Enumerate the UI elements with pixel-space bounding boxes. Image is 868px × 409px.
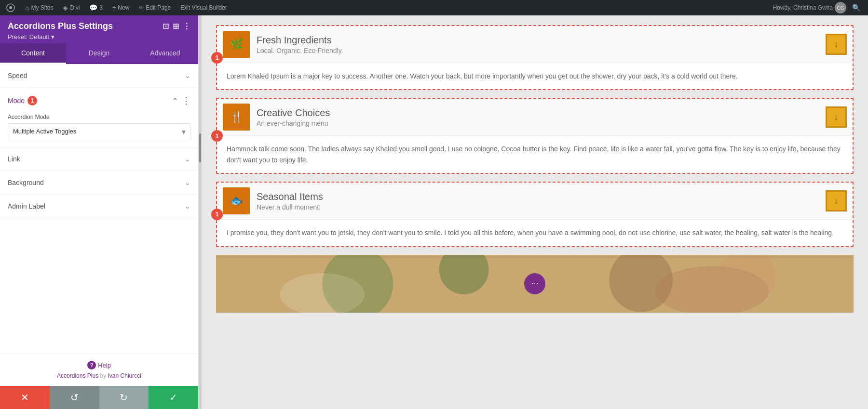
accordion-badge-2: 1: [211, 130, 223, 142]
accordion-body-2: Hammock talk come soon. The ladies alway…: [217, 135, 853, 173]
wp-logo-icon[interactable]: [4, 1, 17, 14]
layout-icon[interactable]: ⊞: [173, 22, 179, 31]
attribution: Accordions Plus by Ivan Chiurcci: [8, 372, 190, 379]
tab-content[interactable]: Content: [0, 43, 66, 64]
accordion-title-group-2: Creative Choices An ever-changing menu: [257, 107, 826, 127]
main-layout: Accordions Plus Settings ⊡ ⊞ ⋮ Preset: D…: [0, 15, 868, 409]
section-mode-content: Accordion Mode Multiple Active Toggles S…: [8, 114, 190, 147]
accordion-subtitle-2: An ever-changing menu: [257, 119, 826, 127]
accordion-toggle-btn-2[interactable]: ↓: [826, 106, 847, 128]
section-speed-header[interactable]: Speed ⌄: [8, 64, 190, 87]
accordion-mode-label: Accordion Mode: [8, 114, 190, 120]
more-icon[interactable]: ⋮: [183, 22, 190, 31]
save-icon: ✓: [169, 392, 177, 403]
content-area: 1 🌿 Fresh Ingredients Local. Organic. Ec…: [202, 15, 868, 409]
save-button[interactable]: ✓: [149, 386, 198, 409]
section-background-chevron: ⌄: [185, 179, 190, 186]
accordion-title-1: Fresh Ingredients: [257, 35, 826, 46]
sidebar-title-text: Accordions Plus Settings: [8, 21, 113, 31]
accordion-item-2: 1 🍴 Creative Choices An ever-changing me…: [216, 98, 854, 174]
svg-point-1: [9, 6, 12, 9]
section-speed: Speed ⌄: [0, 64, 198, 88]
accordion-header-1: 🌿 Fresh Ingredients Local. Organic. Eco-…: [217, 26, 853, 63]
admin-bar-my-sites[interactable]: ⌂ My Sites: [21, 0, 57, 15]
home-icon: ⌂: [25, 4, 29, 12]
sidebar-preset[interactable]: Preset: Default: [8, 33, 190, 40]
section-admin-label: Admin Label ⌄: [0, 195, 198, 218]
admin-bar-comments[interactable]: 💬 3: [85, 0, 107, 15]
accordion-item-3: 1 🐟 Seasonal Items Never a dull moment! …: [216, 182, 854, 247]
sidebar-footer: ? Help Accordions Plus by Ivan Chiurcci: [0, 353, 198, 386]
redo-button[interactable]: ↻: [99, 386, 149, 409]
accordion-badge-3: 1: [211, 209, 223, 220]
section-admin-label-header[interactable]: Admin Label ⌄: [8, 195, 190, 218]
wp-admin-bar: ⌂ My Sites ◈ Divi 💬 3 + New ✏ Edit Page …: [0, 0, 868, 15]
floating-menu-dots-icon: ···: [531, 278, 538, 289]
section-admin-label-chevron: ⌄: [185, 202, 190, 210]
bottom-image-section: ···: [216, 255, 854, 313]
accordion-body-3: I promise you, they don't want you to je…: [217, 219, 853, 246]
attribution-author-link[interactable]: Ivan Chiurcci: [108, 372, 141, 379]
cancel-button[interactable]: ✕: [0, 386, 50, 409]
help-button[interactable]: ? Help: [87, 361, 111, 369]
scroll-divider: [199, 15, 202, 409]
sidebar-tabs: Content Design Advanced: [0, 43, 198, 64]
section-link-header[interactable]: Link ⌄: [8, 147, 190, 171]
admin-bar-edit-page[interactable]: ✏ Edit Page: [135, 0, 175, 15]
accordion-icon-1: 🌿: [223, 31, 250, 58]
sidebar: Accordions Plus Settings ⊡ ⊞ ⋮ Preset: D…: [0, 15, 199, 409]
plus-icon: +: [112, 4, 116, 11]
accordion-title-3: Seasonal Items: [257, 191, 826, 202]
avatar[interactable]: CG: [835, 2, 846, 13]
sidebar-title-row: Accordions Plus Settings ⊡ ⊞ ⋮: [8, 21, 190, 31]
sidebar-bottom-bar: ✕ ↺ ↻ ✓: [0, 386, 198, 409]
sidebar-body: Speed ⌄ Mode 1 ⌃ ⋮ Accordion M: [0, 64, 198, 353]
window-icon[interactable]: ⊡: [163, 22, 169, 31]
section-background: Background ⌄: [0, 171, 198, 195]
attribution-plugin-link[interactable]: Accordions Plus: [57, 372, 98, 379]
sidebar-header: Accordions Plus Settings ⊡ ⊞ ⋮ Preset: D…: [0, 15, 198, 43]
accordion-item-1: 1 🌿 Fresh Ingredients Local. Organic. Ec…: [216, 25, 854, 90]
accordion-badge-1: 1: [211, 52, 223, 64]
undo-button[interactable]: ↺: [50, 386, 99, 409]
scroll-thumb: [199, 133, 201, 162]
accordion-header-3: 🐟 Seasonal Items Never a dull moment! ↓: [217, 183, 853, 219]
pencil-icon: ✏: [139, 4, 144, 11]
undo-icon: ↺: [70, 392, 79, 403]
accordion-body-1: Lorem Khaled Ipsum is a major key to suc…: [217, 63, 853, 89]
tab-advanced[interactable]: Advanced: [132, 43, 198, 64]
accordion-icon-3: 🐟: [223, 187, 250, 214]
floating-menu-button[interactable]: ···: [524, 273, 545, 294]
accordion-toggle-btn-3[interactable]: ↓: [826, 190, 847, 211]
accordion-toggle-btn-1[interactable]: ↓: [826, 34, 847, 55]
accordion-subtitle-3: Never a dull moment!: [257, 203, 826, 211]
section-mode-header[interactable]: Mode 1 ⌃ ⋮: [8, 88, 190, 114]
redo-icon: ↻: [120, 392, 128, 403]
accordion-title-group-1: Fresh Ingredients Local. Organic. Eco-Fr…: [257, 35, 826, 54]
section-admin-label-label: Admin Label: [8, 202, 45, 210]
section-mode-badge: 1: [27, 96, 37, 106]
section-background-header[interactable]: Background ⌄: [8, 171, 190, 194]
accordion-title-group-3: Seasonal Items Never a dull moment!: [257, 191, 826, 211]
section-link-label: Link: [8, 155, 20, 163]
section-mode-more[interactable]: ⋮: [182, 95, 190, 106]
section-speed-chevron: ⌄: [185, 72, 190, 79]
section-link-chevron: ⌄: [185, 155, 190, 163]
help-circle-icon: ?: [87, 361, 96, 369]
tab-design[interactable]: Design: [66, 43, 132, 64]
admin-search-icon[interactable]: 🔍: [848, 4, 864, 12]
admin-bar-divi[interactable]: ◈ Divi: [59, 0, 83, 15]
admin-howdy: Howdy, Christina Gwira: [773, 4, 833, 11]
accordion-mode-select-wrapper: Multiple Active Toggles Single Toggle No…: [8, 123, 190, 139]
sidebar-title-icons: ⊡ ⊞ ⋮: [163, 22, 190, 31]
admin-bar-new[interactable]: + New: [108, 0, 133, 15]
section-background-label: Background: [8, 179, 44, 186]
cancel-icon: ✕: [21, 392, 29, 403]
accordion-mode-select[interactable]: Multiple Active Toggles Single Toggle No…: [8, 123, 190, 139]
admin-bar-exit-builder[interactable]: Exit Visual Builder: [176, 0, 231, 15]
accordion-icon-2: 🍴: [223, 104, 250, 131]
accordion-header-2: 🍴 Creative Choices An ever-changing menu…: [217, 99, 853, 135]
section-mode: Mode 1 ⌃ ⋮ Accordion Mode Multiple Activ…: [0, 88, 198, 147]
section-mode-chevron: ⌃: [172, 97, 178, 105]
comment-icon: 💬: [89, 4, 97, 12]
